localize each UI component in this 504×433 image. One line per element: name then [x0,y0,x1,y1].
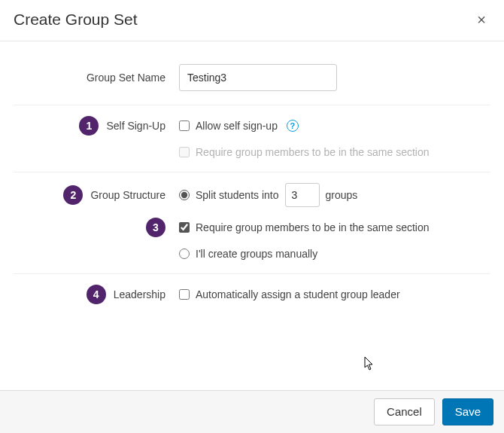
manual-create-radio[interactable] [179,249,190,259]
modal-title: Create Group Set [14,11,138,29]
help-icon[interactable]: ? [287,120,299,132]
auto-leader-label: Automatically assign a student group lea… [196,288,400,300]
allow-self-sign-up-label: Allow self sign-up [196,120,278,132]
manual-create-label: I'll create groups manually [196,248,317,260]
require-same-section-signup-label: Require group members to be in the same … [196,146,430,158]
split-students-prefix: Split students into [196,189,279,201]
label-group-structure: Group Structure [90,189,165,201]
modal-footer: Cancel Save [0,390,504,433]
allow-self-sign-up-checkbox[interactable] [179,120,190,131]
modal-header: Create Group Set × [0,0,504,41]
cancel-button[interactable]: Cancel [374,398,435,425]
section-name: Group Set Name [14,64,490,105]
split-count-input[interactable] [285,183,320,207]
step-badge-1: 1 [79,116,99,136]
require-same-section-signup-checkbox [179,147,190,157]
step-badge-4: 4 [87,285,106,304]
section-leadership: 4 Leadership Automatically assign a stud… [14,273,490,309]
close-icon[interactable]: × [472,9,490,30]
section-self-sign-up: 1 Self Sign-Up Allow self sign-up ? Requ… [14,105,490,172]
split-students-suffix: groups [326,189,358,201]
require-same-section-split-checkbox[interactable] [179,222,190,233]
modal-body: Group Set Name 1 Self Sign-Up Al [0,41,504,316]
require-same-section-split-label: Require group members to be in the same … [196,221,430,233]
label-self-sign-up: Self Sign-Up [106,120,165,132]
label-leadership: Leadership [114,288,165,300]
auto-leader-checkbox[interactable] [179,289,190,300]
section-group-structure: 2 Group Structure Split students into gr… [14,172,490,273]
group-set-name-input[interactable] [179,64,337,91]
step-badge-2: 2 [63,185,83,205]
modal-body-scroll[interactable]: Group Set Name 1 Self Sign-Up Al [0,41,504,390]
save-button[interactable]: Save [442,398,493,425]
create-group-set-modal: Create Group Set × Group Set Name [0,0,504,433]
split-students-radio[interactable] [179,190,190,200]
label-group-set-name: Group Set Name [87,72,165,84]
step-badge-3: 3 [146,218,165,237]
